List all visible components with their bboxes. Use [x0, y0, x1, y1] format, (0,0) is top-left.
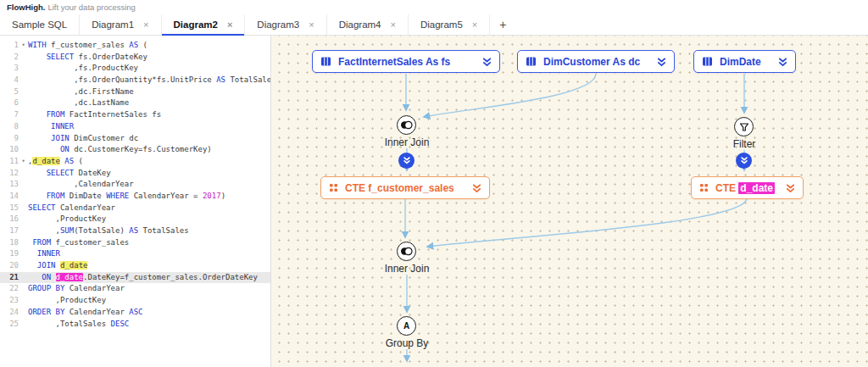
tab-diagram2[interactable]: Diagram2 × [162, 14, 246, 35]
expand-edge-button[interactable] [398, 153, 415, 169]
code-line[interactable]: 20 JOIN d_date [0, 260, 270, 272]
cte-node-label: CTE f_customer_sales [345, 182, 465, 194]
chevron-double-down-icon[interactable] [786, 183, 795, 193]
line-number: 20 [0, 260, 19, 272]
chevron-double-down-icon[interactable] [778, 57, 787, 67]
fold-marker-icon[interactable]: ▾ [19, 40, 28, 52]
group-by-icon: A [403, 322, 409, 331]
chevron-double-down-icon[interactable] [482, 57, 492, 67]
code-line[interactable]: 9 JOIN DimCustomer dc [0, 133, 270, 145]
fold-marker-icon[interactable]: ▾ [19, 156, 28, 168]
code-text: FROM f_customer_sales [28, 237, 270, 249]
line-number: 21 [0, 272, 19, 284]
code-line[interactable]: 6 ,dc.LastName [0, 97, 270, 109]
code-line[interactable]: 1▾WITH f_customer_sales AS ( [0, 40, 270, 52]
line-number: 17 [0, 225, 19, 237]
code-line[interactable]: 23 ,ProductKey [0, 295, 270, 307]
code-line[interactable]: 2 SELECT fs.OrderDateKey [0, 52, 270, 64]
table-node-dimdate[interactable]: DimDate [693, 50, 796, 73]
code-line[interactable]: 12 SELECT DateKey [0, 168, 270, 180]
cte-node-f-customer-sales[interactable]: CTE f_customer_sales [320, 176, 490, 199]
operator-label: Filter [706, 138, 782, 150]
line-number: 11 [0, 156, 19, 168]
tab-diagram4[interactable]: Diagram4 × [327, 14, 409, 35]
table-columns-icon [702, 56, 713, 67]
filter-icon [739, 122, 749, 132]
fold-gutter [19, 75, 28, 86]
line-number: 19 [0, 248, 19, 260]
group-by-node[interactable]: A [397, 316, 416, 336]
close-icon[interactable]: × [227, 20, 232, 30]
code-line[interactable]: 11▾,d_date AS ( [0, 156, 270, 168]
code-line[interactable]: 15SELECT CalendarYear [0, 203, 270, 214]
code-line[interactable]: 24ORDER BY CalendarYear ASC [0, 307, 270, 319]
fold-gutter [19, 319, 28, 331]
tab-diagram1[interactable]: Diagram1 × [80, 14, 161, 35]
fold-gutter [19, 203, 28, 214]
tab-diagram3[interactable]: Diagram3 × [245, 14, 326, 35]
fold-gutter [19, 260, 28, 272]
code-text: FROM FactInternetSales fs [28, 109, 270, 121]
chevron-double-down-icon [403, 156, 411, 165]
fold-gutter [19, 86, 28, 98]
code-line[interactable]: 21 ON d_date.DateKey=f_customer_sales.Or… [0, 272, 270, 284]
code-line[interactable]: 7 FROM FactInternetSales fs [0, 109, 270, 121]
fold-gutter [19, 272, 28, 284]
sql-editor[interactable]: 1▾WITH f_customer_sales AS (2 SELECT fs.… [0, 36, 271, 367]
inner-join-node-1[interactable] [397, 115, 416, 135]
chevron-double-down-icon[interactable] [657, 57, 666, 67]
filter-node[interactable] [734, 117, 754, 136]
code-line[interactable]: 16 ,ProductKey [0, 214, 270, 225]
line-number: 10 [0, 144, 19, 156]
code-line[interactable]: 3 ,fs.ProductKey [0, 63, 270, 75]
code-line[interactable]: 14 FROM DimDate WHERE CalendarYear = 201… [0, 191, 270, 203]
code-line[interactable]: 10 ON dc.CustomerKey=fs.CustomerKey) [0, 144, 270, 156]
code-line[interactable]: 19 INNER [0, 248, 270, 260]
code-text: ON d_date.DateKey=f_customer_sales.Order… [28, 272, 270, 284]
chevron-double-down-icon [740, 156, 748, 165]
line-number: 6 [0, 97, 19, 109]
line-number: 18 [0, 237, 19, 249]
close-icon[interactable]: × [391, 20, 396, 30]
expand-edge-button[interactable] [736, 153, 752, 169]
operator-label: Group By [369, 337, 445, 349]
fold-gutter [19, 133, 28, 145]
tab-label: Sample SQL [12, 19, 67, 30]
code-line[interactable]: 22GROUP BY CalendarYear [0, 283, 270, 295]
tab-diagram5[interactable]: Diagram5 × [409, 14, 490, 35]
code-text: ,ProductKey [28, 214, 270, 225]
code-line[interactable]: 4 ,fs.OrderQuantity*fs.UnitPrice AS Tota… [0, 75, 270, 86]
close-icon[interactable]: × [309, 20, 314, 30]
fold-gutter [19, 191, 28, 203]
code-text: ,ProductKey [28, 295, 270, 307]
code-text: ,dc.LastName [28, 97, 270, 109]
code-line[interactable]: 13 ,CalendarYear [0, 179, 270, 191]
fold-gutter [19, 307, 28, 319]
inner-join-icon [400, 120, 413, 130]
table-node-dimcustomer[interactable]: DimCustomer As dc [517, 50, 675, 73]
code-line[interactable]: 17 ,SUM(TotalSale) AS TotalSales [0, 225, 270, 237]
code-line[interactable]: 5 ,dc.FirstName [0, 86, 270, 98]
code-line[interactable]: 25 ,TotalSales DESC [0, 319, 270, 331]
code-line[interactable]: 18 FROM f_customer_sales [0, 237, 270, 249]
table-node-factinternetsales[interactable]: FactInternetSales As fs [312, 50, 500, 73]
diagram-canvas[interactable]: FactInternetSales As fs DimCustomer As d… [271, 36, 868, 367]
close-icon[interactable]: × [143, 20, 148, 30]
tab-label: Diagram2 [174, 19, 218, 30]
fold-gutter [19, 97, 28, 109]
main-content: 1▾WITH f_customer_sales AS (2 SELECT fs.… [0, 36, 868, 367]
code-text: FROM DimDate WHERE CalendarYear = 2017) [28, 191, 270, 203]
table-node-label: FactInternetSales As fs [338, 56, 476, 68]
code-line[interactable]: 8 INNER [0, 121, 270, 133]
chevron-double-down-icon[interactable] [472, 183, 481, 193]
inner-join-node-2[interactable] [397, 242, 416, 261]
code-text: ,TotalSales DESC [28, 319, 270, 331]
close-icon[interactable]: × [472, 20, 477, 30]
fold-gutter [19, 295, 28, 307]
cte-node-d-date[interactable]: CTE d_date [691, 176, 804, 199]
code-text: JOIN DimCustomer dc [28, 133, 270, 145]
tab-sample-sql[interactable]: Sample SQL [0, 14, 80, 35]
code-text: INNER [28, 248, 270, 260]
code-text: SELECT DateKey [28, 168, 270, 180]
add-tab-button[interactable]: + [490, 14, 515, 35]
